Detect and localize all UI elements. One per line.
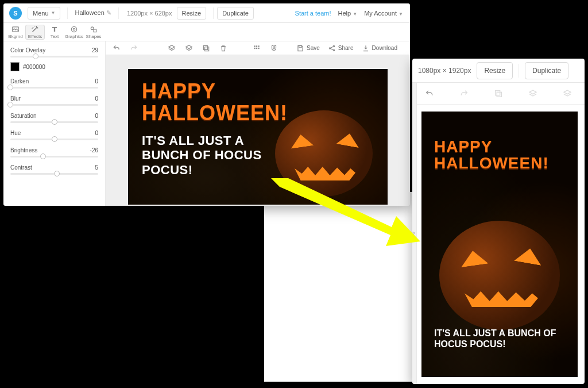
undo-icon[interactable]	[425, 89, 434, 98]
artwork-canvas[interactable]: HAPPYHALLOWEEN! IT'S ALL JUST ABUNCH OF …	[128, 69, 388, 205]
resize-button[interactable]: Resize	[177, 7, 207, 20]
separator	[118, 7, 119, 19]
tool-text[interactable]: Text	[45, 25, 64, 39]
slider-darken[interactable]: Darken0	[10, 78, 98, 89]
help-link[interactable]: Help ▼	[338, 10, 358, 17]
shapes-icon	[90, 25, 98, 33]
svg-rect-12	[258, 47, 259, 48]
duplicate-button[interactable]: Duplicate	[525, 62, 568, 79]
project-name[interactable]: Halloween ✎	[71, 9, 114, 17]
slider-value: 0	[95, 95, 98, 102]
tool-graphics[interactable]: Graphics	[64, 25, 84, 39]
tool-shapes[interactable]: Shapes	[84, 25, 103, 39]
svg-point-15	[333, 45, 334, 47]
tool-tabs: Bkgrnd Effects Text Graphics Shapes	[3, 23, 410, 41]
redo-icon[interactable]	[459, 89, 469, 98]
slider-hue[interactable]: Hue0	[10, 130, 98, 140]
editor-window-right: 1080px × 1920px Resize Duplicate es HAPP…	[412, 59, 585, 384]
resize-button[interactable]: Resize	[477, 62, 513, 79]
slider-brightness[interactable]: Brightness-26	[10, 147, 98, 157]
slider-color-overlay[interactable]: Color Overlay29	[10, 47, 98, 57]
svg-point-1	[71, 26, 76, 32]
duplicate-button[interactable]: Duplicate	[217, 7, 254, 20]
save-button[interactable]: Save	[296, 44, 320, 52]
redo-icon[interactable]	[130, 44, 138, 52]
layers-down-icon[interactable]	[528, 89, 537, 98]
grid-icon[interactable]	[253, 44, 261, 52]
canvas-toolbar-right: Save Share Download	[296, 44, 403, 52]
svg-rect-10	[254, 47, 255, 48]
svg-point-3	[91, 26, 94, 29]
slider-value: -26	[90, 147, 98, 153]
artwork-canvas[interactable]: HAPPYHALLOWEEN! IT'S ALL JUST A BUNCH OF…	[421, 112, 578, 377]
canvas-toolbar: Save Share Download	[106, 41, 410, 55]
slider-value: 0	[95, 78, 98, 84]
svg-rect-17	[497, 92, 501, 97]
slider-value: 29	[92, 47, 98, 53]
slider-label: Hue	[10, 130, 21, 136]
color-swatch[interactable]	[10, 62, 20, 71]
slider-value: 0	[95, 113, 98, 119]
slider-label: Blur	[10, 95, 21, 102]
tool-bkgrnd[interactable]: Bkgrnd	[6, 25, 25, 39]
chevron-down-icon: ▼	[51, 10, 56, 16]
pencil-icon: ✎	[106, 9, 111, 16]
menu-button[interactable]: Menu ▼	[28, 7, 60, 20]
avatar[interactable]: S	[9, 7, 22, 20]
help-label: Help	[338, 10, 351, 17]
text-icon	[51, 25, 59, 33]
copy-icon[interactable]	[494, 89, 503, 98]
svg-rect-4	[94, 29, 96, 32]
download-label: Download	[372, 45, 397, 51]
slider-label: Darken	[10, 78, 29, 84]
layers-up-icon[interactable]	[563, 89, 572, 98]
color-swatch-row[interactable]: #000000	[10, 62, 98, 71]
chevron-down-icon: ▼	[399, 11, 403, 17]
tool-effects[interactable]: Effects	[25, 25, 45, 40]
image-icon	[11, 25, 20, 33]
pumpkin-graphic	[439, 221, 560, 330]
undo-icon[interactable]	[113, 44, 121, 52]
svg-rect-6	[203, 45, 207, 49]
layers-up-icon[interactable]	[185, 44, 193, 52]
subline-text[interactable]: IT'S ALL JUST A BUNCH OFHOCUS POCUS!	[434, 328, 567, 349]
account-link[interactable]: My Account ▼	[364, 10, 403, 17]
separator	[519, 64, 519, 78]
top-bar: S Menu ▼ Halloween ✎ 1200px × 628px Resi…	[3, 3, 410, 23]
menu-label: Menu	[33, 10, 49, 17]
svg-point-14	[329, 47, 330, 48]
slider-value: 5	[95, 164, 98, 171]
svg-rect-18	[496, 90, 500, 95]
subline-text[interactable]: IT'S ALL JUST ABUNCH OF HOCUSPOCUS!	[142, 133, 262, 177]
slider-label: Color Overlay	[10, 47, 45, 53]
graphics-icon	[70, 25, 78, 33]
svg-rect-11	[256, 47, 257, 48]
slider-label: Contrast	[10, 164, 32, 171]
white-underlay	[264, 192, 425, 382]
download-button[interactable]: Download	[362, 44, 397, 52]
pumpkin-graphic	[275, 110, 373, 197]
slider-blur[interactable]: Blur0	[10, 95, 98, 106]
trash-icon[interactable]	[219, 44, 227, 52]
layers-down-icon[interactable]	[168, 44, 176, 52]
svg-point-16	[333, 49, 334, 51]
wand-icon	[31, 25, 39, 33]
headline-text[interactable]: HAPPYHALLOWEEN!	[434, 138, 549, 172]
start-team-link[interactable]: Start a team!	[295, 10, 331, 17]
account-label: My Account	[364, 10, 397, 17]
svg-point-2	[73, 28, 75, 30]
slider-value: 0	[95, 130, 98, 136]
separator	[213, 7, 214, 19]
top-bar: 1080px × 1920px Resize Duplicate	[412, 59, 585, 83]
chevron-down-icon: ▼	[353, 11, 357, 17]
tool-text-label: Text	[45, 34, 64, 39]
canvas-toolbar	[412, 83, 585, 105]
svg-rect-13	[299, 45, 302, 47]
share-button[interactable]: Share	[328, 44, 354, 52]
slider-contrast[interactable]: Contrast5	[10, 164, 98, 175]
headline-text[interactable]: HAPPYHALLOWEEN!	[142, 80, 288, 124]
copy-icon[interactable]	[202, 44, 210, 52]
top-right-links: Start a team! Help ▼ My Account ▼	[295, 10, 410, 17]
magnet-icon[interactable]	[270, 44, 278, 52]
slider-saturation[interactable]: Saturation0	[10, 113, 98, 123]
